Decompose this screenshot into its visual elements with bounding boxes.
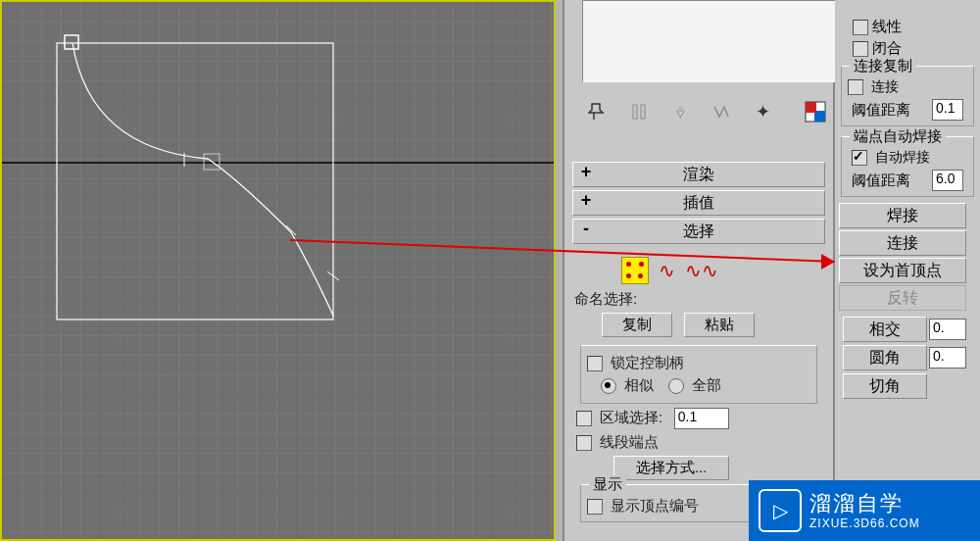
area-select-label: 区域选择: [600,409,662,425]
threshold-label2: 阈值距离 [852,172,932,190]
play-icon: ▷ [759,489,802,532]
make-first-button[interactable]: 设为首顶点 [839,258,966,283]
line-icon[interactable]: ✦ [751,100,774,123]
vertex-icon[interactable] [710,100,733,123]
intersect-button[interactable]: 相交 [843,317,927,342]
rollout-interp[interactable]: + 插值 [572,190,825,216]
intersect-spinner[interactable]: 0. [929,319,966,340]
connect-checkbox[interactable] [848,79,863,95]
area-select-checkbox[interactable] [576,411,592,426]
endpoint-autoweld-label: 端点自动焊接 [850,127,946,146]
closed-checkbox[interactable] [853,41,868,57]
scissors-icon[interactable] [627,100,651,123]
all-radio[interactable] [668,378,684,394]
chamfer-button[interactable]: 切角 [843,373,927,399]
color-swatch[interactable] [804,100,827,123]
reverse-button[interactable]: 反转 [839,285,966,311]
viewport[interactable] [0,0,556,541]
connect-copy-label: 连接复制 [850,57,916,75]
rollout-label: 选择 [683,222,714,239]
rollout-render[interactable]: + 渲染 [572,162,825,187]
similar-radio[interactable] [601,378,616,394]
segment-end-checkbox[interactable] [576,435,592,451]
geometry-panel: 线性 闭合 连接复制 连接 阈值距离 0.1 端点自动焊接 自动焊接 阈值距离 … [835,0,980,541]
insert-icon[interactable]: ⎀ [668,100,692,123]
rollout-label: 渲染 [683,166,714,182]
segment-subobj-icon[interactable]: ∿ [659,261,675,280]
svg-rect-1 [2,2,554,539]
fillet-spinner[interactable]: 0. [929,347,966,369]
autoweld-checkbox[interactable] [852,150,867,166]
modifier-toolbar: ⎀ ✦ [570,92,845,131]
paste-button[interactable]: 粘贴 [684,313,755,337]
closed-label: 闭合 [872,39,902,58]
area-select-spinner[interactable]: 0.1 [674,408,729,429]
segment-end-label: 线段端点 [600,433,659,450]
connect-button[interactable]: 连接 [839,230,966,256]
linear-label: 线性 [872,18,902,36]
watermark: ▷ 溜溜自学 ZIXUE.3D66.COM [749,480,980,541]
modifier-list-box[interactable] [582,0,839,82]
modifier-panel: ⎀ ✦ + 渲染 + 插值 - 选择 ∿ ∿∿ 命名选择: 复 [563,0,835,541]
copy-button[interactable]: 复制 [602,313,672,337]
svg-rect-9 [633,105,637,119]
named-selection-label: 命名选择: [574,290,637,307]
show-vertex-num-label: 显示顶点编号 [611,497,699,514]
lock-handles-checkbox[interactable] [587,356,603,371]
expand-icon: - [579,221,593,235]
lock-handles-label: 锁定控制柄 [611,354,684,370]
weld-button[interactable]: 焊接 [839,203,966,228]
threshold-spinner1[interactable]: 0.1 [932,99,963,121]
connect-copy-group: 连接复制 连接 阈值距离 0.1 [841,66,974,126]
rollout-selection[interactable]: - 选择 [572,219,825,244]
show-vertex-num-checkbox[interactable] [587,499,603,515]
svg-rect-13 [806,102,816,113]
display-label: 显示 [589,475,626,494]
vertex-subobj-icon[interactable] [621,257,649,284]
expand-icon: + [579,165,593,178]
watermark-title: 溜溜自学 [809,491,920,516]
watermark-url: ZIXUE.3D66.COM [809,516,920,530]
threshold-label: 阈值距离 [852,101,932,120]
expand-icon: + [579,193,593,207]
svg-rect-10 [641,105,645,119]
pin-icon[interactable] [586,100,610,123]
linear-checkbox[interactable] [853,20,868,35]
select-method-button[interactable]: 选择方式... [613,456,729,480]
spline-subobj-icon[interactable]: ∿∿ [685,261,718,280]
fillet-button[interactable]: 圆角 [843,345,927,370]
rollout-label: 插值 [683,194,714,211]
autoweld-group: 端点自动焊接 自动焊接 阈值距离 6.0 [841,136,974,197]
lock-handles-group: 锁定控制柄 相似 全部 [580,345,817,404]
threshold-spinner2[interactable]: 6.0 [932,170,963,191]
